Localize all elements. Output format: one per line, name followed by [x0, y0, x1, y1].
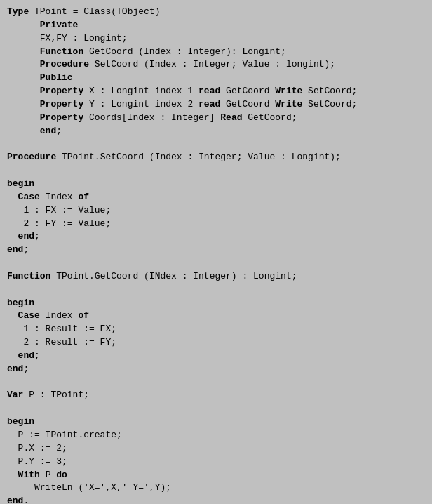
- keyword: end: [7, 364, 23, 374]
- keyword: Function: [40, 46, 83, 57]
- code-line: Public: [7, 72, 425, 85]
- keyword: begin: [7, 178, 34, 189]
- keyword: Write: [275, 86, 302, 96]
- code-line: Property Coords[Index : Integer] Read Ge…: [7, 112, 425, 125]
- code-line: Property Y : Longint index 2 read GetCoo…: [7, 98, 425, 112]
- code-editor: Type TPoint = Class(TObject) Private FX,…: [0, 0, 432, 504]
- keyword: begin: [7, 416, 34, 427]
- code-line: Function GetCoord (Index : Integer): Lon…: [7, 46, 425, 59]
- keyword: Write: [275, 99, 302, 110]
- code-line: end;: [7, 350, 425, 363]
- code-line: P := TPoint.create;: [7, 429, 425, 442]
- code-line: end;: [7, 363, 425, 376]
- code-line: Procedure TPoint.SetCoord (Index : Integ…: [7, 151, 425, 164]
- code-line: [7, 376, 425, 390]
- keyword: Function: [7, 271, 50, 281]
- code-line: WriteLn ('X=',X,' Y=',Y);: [7, 482, 425, 495]
- keyword: end: [18, 350, 34, 361]
- code-line: Case Index of: [7, 310, 425, 323]
- code-line: end.: [7, 495, 425, 504]
- code-line: Type TPoint = Class(TObject): [7, 6, 425, 19]
- code-line: P.Y := 3;: [7, 456, 425, 469]
- code-line: [7, 164, 425, 178]
- code-line: 1 : FX := Value;: [7, 204, 425, 218]
- code-line: With P do: [7, 469, 425, 482]
- code-line: P.X := 2;: [7, 442, 425, 456]
- code-line: Function TPoint.GetCoord (INdex : Intege…: [7, 270, 425, 284]
- code-line: begin: [7, 416, 425, 429]
- code-line: begin: [7, 178, 425, 191]
- keyword: Property: [40, 86, 83, 96]
- keyword: Procedure: [7, 152, 56, 162]
- code-line: Procedure SetCoord (Index : Integer; Val…: [7, 58, 425, 72]
- keyword: Public: [40, 72, 73, 83]
- keyword: Case: [18, 192, 40, 202]
- code-line: [7, 284, 425, 297]
- keyword: end: [7, 496, 23, 504]
- code-line: begin: [7, 297, 425, 310]
- keyword: end: [7, 244, 23, 255]
- keyword: of: [78, 310, 89, 321]
- keyword: Type: [7, 6, 29, 17]
- code-line: [7, 257, 425, 270]
- keyword: Property: [40, 99, 83, 110]
- code-line: Case Index of: [7, 191, 425, 204]
- code-line: [7, 138, 425, 151]
- code-line: Var P : TPoint;: [7, 389, 425, 402]
- code-line: Private: [7, 19, 425, 32]
- code-line: end;: [7, 125, 425, 138]
- keyword: With: [18, 470, 40, 480]
- code-line: [7, 402, 425, 416]
- keyword: begin: [7, 298, 34, 308]
- keyword: Procedure: [40, 59, 89, 69]
- keyword: Var: [7, 390, 23, 400]
- keyword: Property: [40, 112, 83, 123]
- keyword: Case: [18, 310, 40, 321]
- keyword: end: [18, 231, 34, 241]
- keyword: Read: [220, 112, 242, 123]
- code-line: FX,FY : Longint;: [7, 32, 425, 46]
- code-line: end;: [7, 244, 425, 257]
- keyword: end: [40, 126, 56, 136]
- code-line: 1 : Result := FX;: [7, 323, 425, 336]
- code-line: end;: [7, 230, 425, 244]
- keyword: Private: [40, 20, 79, 30]
- keyword: of: [78, 192, 89, 202]
- keyword: read: [198, 99, 220, 110]
- keyword: do: [56, 470, 67, 480]
- code-line: 2 : FY := Value;: [7, 218, 425, 231]
- keyword: read: [198, 86, 220, 96]
- code-line: 2 : Result := FY;: [7, 336, 425, 350]
- code-line: Property X : Longint index 1 read GetCoo…: [7, 85, 425, 98]
